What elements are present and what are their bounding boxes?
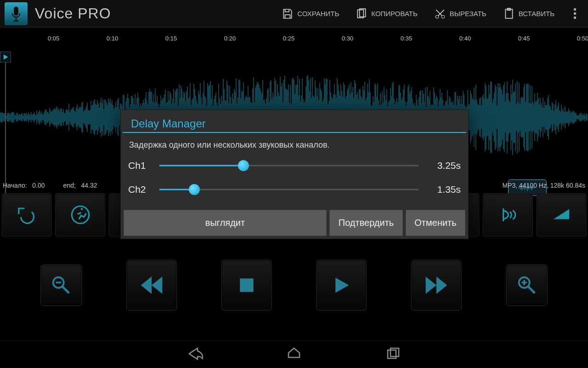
paste-button[interactable]: ВСТАВИТЬ [503, 8, 554, 20]
svg-line-672 [62, 287, 69, 293]
dialog-title: Delay Manager [123, 110, 466, 133]
transport-controls [0, 258, 588, 313]
ch2-slider[interactable] [159, 184, 418, 195]
paste-icon [503, 8, 515, 20]
ch2-value: 1.35s [424, 184, 461, 195]
copy-label: КОПИРОВАТЬ [371, 10, 418, 17]
preview-button[interactable]: выглядит [124, 210, 327, 236]
cut-icon [434, 8, 446, 20]
playhead-start[interactable] [0, 52, 11, 63]
end-value: 44.32 [81, 182, 97, 189]
cancel-button[interactable]: Отменить [406, 210, 465, 236]
svg-marker-674 [141, 276, 152, 293]
nav-home[interactable] [286, 345, 302, 364]
speed-button[interactable] [55, 193, 105, 236]
svg-rect-685 [390, 348, 399, 356]
svg-marker-678 [426, 276, 436, 293]
ruler-tick: 0:25 [283, 35, 294, 42]
zoom-in-button[interactable] [506, 264, 548, 306]
copy-button[interactable]: КОПИРОВАТЬ [356, 8, 418, 20]
overflow-menu[interactable] [571, 8, 579, 19]
svg-rect-0 [14, 6, 18, 15]
ruler-tick: 0:40 [459, 35, 471, 42]
svg-marker-677 [335, 278, 349, 293]
nav-back[interactable] [187, 345, 203, 364]
system-navbar [0, 340, 588, 368]
svg-point-663 [80, 208, 83, 210]
undo-icon [15, 203, 38, 226]
svg-point-662 [72, 206, 89, 224]
ruler-tick: 0:10 [107, 35, 118, 42]
copy-icon [356, 8, 368, 20]
running-man-icon [69, 203, 92, 226]
rewind-icon [139, 272, 164, 298]
start-label: Начало: [3, 182, 27, 189]
slider-row-ch2: Ch2 1.35s [121, 178, 468, 201]
ruler-tick: 0:50 [577, 35, 588, 42]
top-bar: Voice PRO СОХРАНИТЬ КОПИРОВАТЬ ВЫРЕЗАТЬ … [0, 0, 588, 28]
svg-marker-679 [436, 276, 447, 293]
svg-rect-676 [240, 278, 253, 292]
play-button[interactable] [316, 260, 367, 310]
home-icon [286, 345, 302, 362]
ch1-slider[interactable] [159, 160, 418, 171]
fade-icon [550, 203, 573, 226]
zoom-out-button[interactable] [40, 264, 82, 306]
channel-label: Ch2 [128, 184, 154, 195]
end-label: end; [63, 182, 76, 189]
cut-label: ВЫРЕЗАТЬ [450, 10, 486, 17]
recent-icon [385, 345, 401, 362]
save-icon [282, 8, 294, 20]
forward-button[interactable] [411, 260, 462, 310]
ruler-tick: 0:20 [224, 35, 236, 42]
format-info: MP3, 44100 Hz, 128k 60.84s [502, 182, 585, 191]
voice-button[interactable] [483, 193, 532, 236]
channel-label: Ch1 [128, 160, 154, 171]
svg-line-681 [528, 287, 534, 293]
undo-button[interactable] [2, 193, 51, 236]
ruler-tick: 0:45 [518, 35, 530, 42]
ch1-value: 3.25s [424, 160, 461, 171]
zoom-out-icon [51, 275, 72, 296]
cut-button[interactable]: ВЫРЕЗАТЬ [434, 8, 486, 20]
svg-rect-684 [388, 350, 396, 358]
confirm-button[interactable]: Подтвердить [329, 210, 403, 236]
app-title: Voice PRO [35, 5, 111, 22]
ruler-tick: 0:30 [342, 35, 353, 42]
fade-button[interactable] [537, 193, 586, 236]
ruler-tick: 0:05 [48, 35, 59, 42]
delay-manager-dialog: Delay Manager Задержка одного или нескол… [120, 109, 469, 239]
slider-row-ch1: Ch1 3.25s [121, 154, 468, 178]
start-value: 0.00 [32, 182, 45, 189]
save-label: СОХРАНИТЬ [297, 10, 339, 17]
voice-icon [496, 203, 519, 226]
svg-marker-670 [554, 209, 569, 219]
forward-icon [424, 272, 449, 298]
nav-recent[interactable] [385, 345, 401, 364]
dialog-description: Задержка одного или нескольких звуковых … [121, 136, 468, 154]
svg-marker-675 [152, 276, 162, 293]
play-icon [2, 54, 9, 60]
paste-label: ВСТАВИТЬ [519, 10, 554, 17]
rewind-button[interactable] [126, 260, 177, 310]
stop-icon [237, 275, 257, 295]
app-logo [5, 2, 28, 25]
dialog-actions: выглядит Подтвердить Отменить [121, 201, 468, 237]
play-icon [331, 275, 351, 295]
save-button[interactable]: СОХРАНИТЬ [282, 8, 339, 20]
stop-button[interactable] [221, 260, 272, 310]
toolbar-actions: СОХРАНИТЬ КОПИРОВАТЬ ВЫРЕЗАТЬ ВСТАВИТЬ [282, 8, 583, 20]
zoom-in-icon [516, 275, 537, 296]
svg-marker-649 [4, 54, 8, 59]
ruler-tick: 0:15 [165, 35, 177, 42]
back-icon [187, 345, 203, 362]
time-ruler: 0:05 0:10 0:15 0:20 0:25 0:30 0:35 0:40 … [0, 35, 588, 46]
ruler-tick: 0:35 [401, 35, 412, 42]
